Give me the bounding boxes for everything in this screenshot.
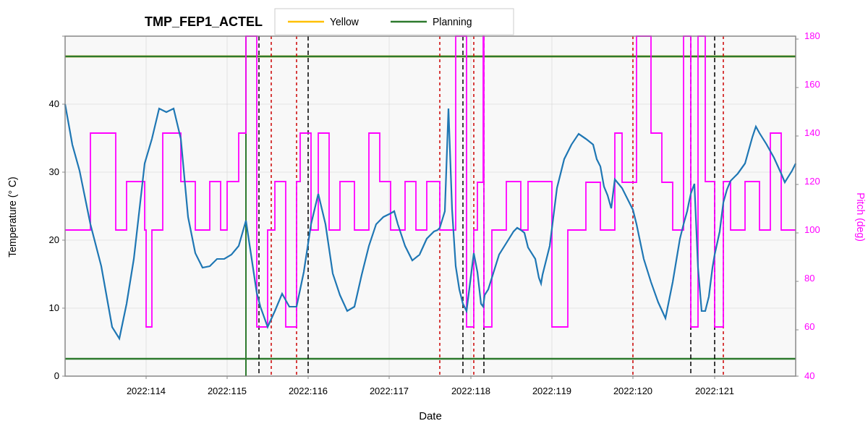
- x-tick-116: 2022:116: [289, 386, 328, 396]
- y-right-140: 140: [804, 127, 820, 138]
- x-tick-118: 2022:118: [451, 386, 490, 396]
- x-tick-117: 2022:117: [370, 386, 409, 396]
- y-right-120: 120: [804, 176, 820, 187]
- y-right-40: 40: [804, 370, 814, 381]
- x-tick-114: 2022:114: [127, 386, 166, 396]
- y-right-60: 60: [804, 321, 814, 332]
- chart-title: TMP_FEP1_ACTEL: [145, 14, 263, 29]
- y-left-title: Temperature (° C): [7, 176, 18, 257]
- x-tick-119: 2022:119: [532, 386, 571, 396]
- chart-container: 0 10 20 30 40 Temperature (° C) 180 160 …: [0, 0, 868, 434]
- y-right-100: 100: [804, 224, 820, 235]
- legend-planning-label: Planning: [433, 16, 472, 27]
- y-tick-20: 20: [49, 234, 59, 245]
- y-tick-0: 0: [54, 370, 59, 381]
- x-tick-115: 2022:115: [208, 386, 247, 396]
- y-tick-30: 30: [49, 166, 59, 177]
- x-tick-121: 2022:121: [695, 386, 734, 396]
- y-right-80: 80: [804, 273, 814, 284]
- legend-yellow-label: Yellow: [330, 16, 359, 27]
- svg-rect-1: [65, 36, 796, 376]
- y-right-title: Pitch (deg): [855, 192, 867, 242]
- y-tick-40: 40: [49, 98, 59, 109]
- y-right-160: 160: [804, 79, 820, 90]
- y-tick-10: 10: [49, 302, 59, 313]
- y-right-180: 180: [804, 30, 820, 41]
- x-tick-120: 2022:120: [613, 386, 652, 396]
- x-axis-title: Date: [419, 409, 442, 422]
